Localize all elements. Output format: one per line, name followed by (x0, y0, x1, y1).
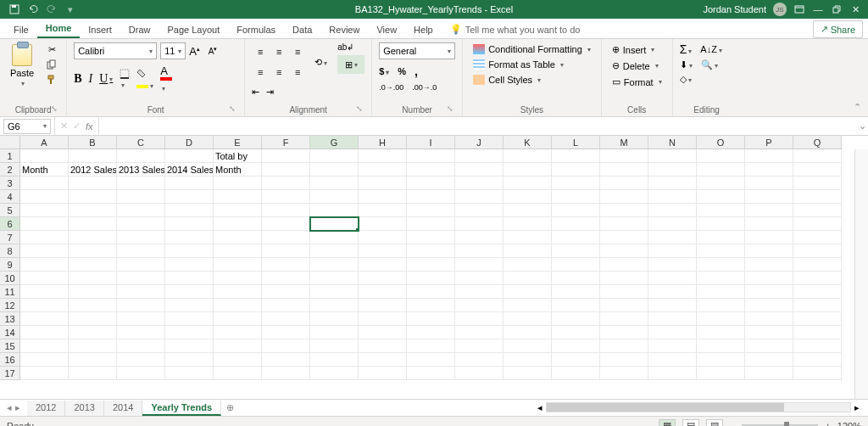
cell[interactable] (552, 217, 600, 231)
sheet-tab[interactable]: 2012 (27, 401, 65, 416)
italic-button[interactable]: I (88, 72, 92, 86)
cell[interactable] (552, 244, 600, 258)
cell[interactable] (262, 190, 310, 204)
cell[interactable] (310, 177, 359, 190)
column-header[interactable]: A (20, 136, 69, 149)
cell[interactable] (455, 339, 504, 353)
cell[interactable] (504, 149, 552, 163)
cell[interactable] (214, 177, 262, 190)
cell[interactable] (407, 231, 455, 244)
cell[interactable] (504, 299, 552, 312)
cell[interactable] (407, 149, 455, 163)
tab-insert[interactable]: Insert (80, 21, 120, 38)
row-header[interactable]: 13 (0, 312, 20, 326)
row-header[interactable]: 8 (0, 244, 20, 258)
cell[interactable] (69, 204, 117, 217)
cell[interactable] (310, 353, 359, 367)
cell[interactable] (69, 326, 117, 339)
column-header[interactable]: Q (793, 136, 842, 149)
tab-help[interactable]: Help (405, 21, 442, 38)
merge-center-button[interactable]: ⊞▾ (337, 55, 364, 74)
redo-icon[interactable] (46, 3, 58, 15)
cell[interactable] (262, 163, 310, 177)
cell[interactable] (455, 244, 504, 258)
enter-formula-icon[interactable]: ✓ (73, 121, 81, 132)
expand-formula-bar-icon[interactable]: ⌄ (856, 121, 868, 132)
align-top-icon[interactable]: ≡ (252, 42, 269, 61)
cell[interactable] (165, 285, 214, 299)
cell[interactable] (214, 367, 262, 380)
cell[interactable] (165, 353, 214, 367)
decrease-font-icon[interactable]: A▾ (209, 46, 218, 56)
cell[interactable] (359, 258, 407, 272)
cell[interactable] (117, 190, 165, 204)
cell[interactable] (20, 231, 69, 244)
cell[interactable] (504, 258, 552, 272)
cell[interactable] (69, 312, 117, 326)
row-header[interactable]: 6 (0, 217, 20, 231)
cell[interactable] (262, 299, 310, 312)
sheet-tab[interactable]: 2013 (65, 401, 103, 416)
cell[interactable] (359, 231, 407, 244)
cell[interactable] (455, 272, 504, 285)
cell[interactable] (697, 204, 745, 217)
cell[interactable] (504, 217, 552, 231)
cell[interactable] (697, 231, 745, 244)
column-header[interactable]: B (69, 136, 117, 149)
hscroll-left-icon[interactable]: ◂ (537, 402, 542, 413)
cell[interactable] (214, 272, 262, 285)
row-header[interactable]: 14 (0, 326, 20, 339)
cell[interactable] (262, 339, 310, 353)
cell[interactable] (262, 272, 310, 285)
number-dialog-launcher[interactable]: ⤡ (447, 104, 453, 113)
cell[interactable] (214, 353, 262, 367)
cell[interactable] (407, 217, 455, 231)
cell[interactable] (648, 258, 697, 272)
cell[interactable] (793, 326, 842, 339)
cell[interactable] (359, 312, 407, 326)
cell[interactable] (407, 204, 455, 217)
row-header[interactable]: 2 (0, 163, 20, 177)
cell[interactable] (69, 231, 117, 244)
cell[interactable] (455, 204, 504, 217)
currency-button[interactable]: $▾ (379, 66, 389, 76)
cell[interactable] (648, 163, 697, 177)
cell[interactable] (117, 299, 165, 312)
cell[interactable] (697, 163, 745, 177)
cell[interactable] (165, 149, 214, 163)
cell[interactable] (745, 149, 793, 163)
cell[interactable] (214, 339, 262, 353)
font-color-button[interactable]: A▾ (160, 64, 172, 93)
cell[interactable] (504, 177, 552, 190)
column-header[interactable]: D (165, 136, 214, 149)
column-header[interactable]: J (455, 136, 504, 149)
cell[interactable] (648, 299, 697, 312)
column-header[interactable]: L (552, 136, 600, 149)
cell[interactable] (359, 367, 407, 380)
cell[interactable] (600, 339, 648, 353)
cell[interactable] (310, 163, 359, 177)
cell[interactable] (600, 190, 648, 204)
cell[interactable] (793, 149, 842, 163)
cell[interactable] (455, 312, 504, 326)
cell[interactable] (214, 204, 262, 217)
cell[interactable] (359, 163, 407, 177)
cell[interactable] (697, 177, 745, 190)
cell[interactable] (793, 231, 842, 244)
cell[interactable] (165, 258, 214, 272)
cell[interactable] (69, 353, 117, 367)
cell[interactable] (552, 190, 600, 204)
cell[interactable] (600, 299, 648, 312)
page-break-view-button[interactable]: ▧ (706, 419, 723, 427)
cell[interactable] (552, 177, 600, 190)
cell[interactable] (117, 367, 165, 380)
cell[interactable] (20, 258, 69, 272)
find-select-button[interactable]: 🔍▾ (701, 59, 718, 70)
cell[interactable] (359, 190, 407, 204)
column-header[interactable]: I (407, 136, 455, 149)
cell[interactable] (504, 244, 552, 258)
cell[interactable] (359, 326, 407, 339)
tab-review[interactable]: Review (320, 21, 368, 38)
cell[interactable] (20, 190, 69, 204)
tab-formulas[interactable]: Formulas (228, 21, 284, 38)
